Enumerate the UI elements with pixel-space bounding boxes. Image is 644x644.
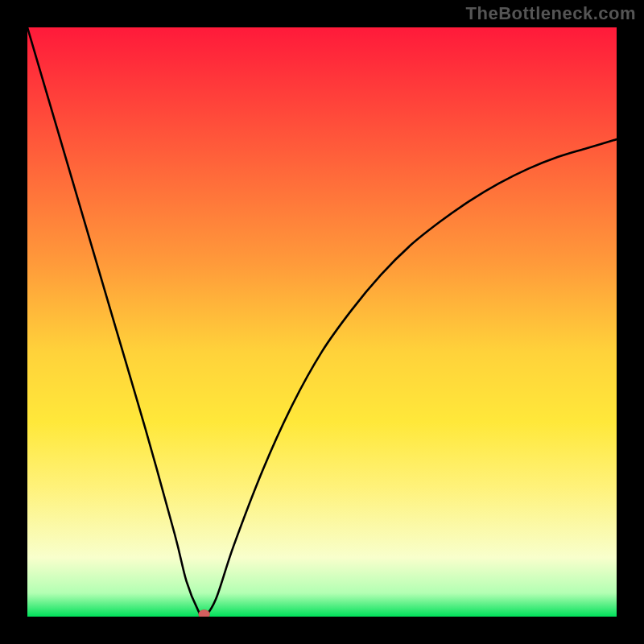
chart-svg	[27, 27, 617, 617]
optimal-point-marker	[199, 610, 210, 617]
plot-area	[27, 27, 617, 617]
bottleneck-curve-line	[27, 27, 617, 617]
watermark-text: TheBottleneck.com	[466, 3, 636, 24]
chart-frame: TheBottleneck.com	[0, 0, 644, 644]
